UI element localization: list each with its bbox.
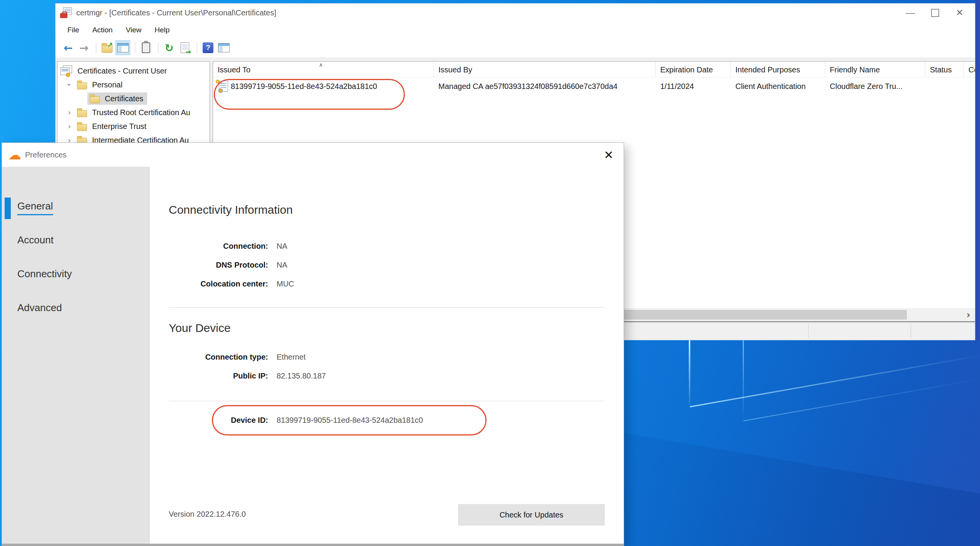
nav-item-connectivity[interactable]: Connectivity <box>2 262 150 296</box>
selected-indicator <box>5 198 11 219</box>
show-console-tree-button[interactable] <box>116 40 130 55</box>
export-list-button[interactable]: → <box>178 40 192 55</box>
tree-item-label: Enterprise Trust <box>92 122 146 131</box>
close-icon: ✕ <box>956 7 963 18</box>
maximize-icon <box>931 9 939 17</box>
close-button[interactable]: ✕ <box>947 5 972 20</box>
dialog-title: Preferences <box>25 151 67 159</box>
chevron-down-icon[interactable]: › <box>65 80 74 89</box>
tree-item-personal[interactable]: › Personal <box>57 78 210 92</box>
back-arrow-icon: ← <box>64 42 72 54</box>
public-ip-value: 82.135.80.187 <box>277 367 326 385</box>
toolbar-separator <box>135 42 135 54</box>
certificate-row[interactable]: 81399719-9055-11ed-8e43-524a2ba181c0 Man… <box>213 77 975 95</box>
action-pane-icon <box>218 43 230 52</box>
tree-item-root[interactable]: Certificates - Current User <box>57 64 210 78</box>
column-header-intended-purposes[interactable]: Intended Purposes <box>731 62 825 77</box>
sort-ascending-icon: ∧ <box>319 62 323 68</box>
version-text: Version 2022.12.476.0 <box>169 510 246 519</box>
chevron-right-icon[interactable]: › <box>65 122 74 131</box>
refresh-icon: ↻ <box>165 42 174 54</box>
help-button[interactable]: ? <box>201 40 215 55</box>
export-folder-button[interactable]: ↗ <box>100 40 114 55</box>
tree-item-certificates[interactable]: Certificates <box>57 92 210 106</box>
column-header-certificate[interactable]: Ce <box>964 62 975 77</box>
section-heading-connectivity: Connectivity Information <box>169 203 293 216</box>
tree-item-label: Certificates - Current User <box>77 67 167 75</box>
help-icon: ? <box>203 42 213 53</box>
nav-item-advanced[interactable]: Advanced <box>2 296 150 330</box>
wallpaper-beam <box>689 340 690 410</box>
nav-item-label: Connectivity <box>17 268 72 282</box>
minimize-icon: — <box>906 7 915 18</box>
chevron-right-icon[interactable]: › <box>65 108 74 117</box>
paste-button[interactable] <box>139 40 153 55</box>
folder-icon <box>77 110 87 117</box>
preferences-sidebar: General Account Connectivity Advanced <box>2 167 150 544</box>
toolbar-separator <box>158 42 158 54</box>
menu-help[interactable]: Help <box>148 23 176 37</box>
forward-button[interactable]: → <box>77 40 91 55</box>
connectivity-rows: Connection: NA DNS Protocol: NA Colocati… <box>169 237 294 293</box>
column-header-status[interactable]: Status <box>925 62 964 77</box>
cell-issued-to: 81399719-9055-11ed-8e43-524a2ba181c0 <box>213 80 434 93</box>
menu-bar: File Action View Help <box>55 22 975 38</box>
menu-action[interactable]: Action <box>86 23 119 37</box>
cell-expiration-date: 1/11/2024 <box>656 82 731 91</box>
menu-view[interactable]: View <box>119 23 148 37</box>
connection-type-value: Ethernet <box>277 348 326 367</box>
background-window-edge <box>975 0 980 340</box>
nav-item-label: Advanced <box>17 301 62 316</box>
wallpaper-beam <box>743 340 744 422</box>
maximize-button[interactable] <box>923 5 947 20</box>
nav-item-label: General <box>17 200 53 215</box>
device-id-value: 81399719-9055-11ed-8e43-524a2ba181c0 <box>277 411 423 430</box>
colocation-center-value: MUC <box>277 275 294 293</box>
connection-value: NA <box>277 237 294 256</box>
cell-issued-by: Managed CA ae57f03931324f08591d660e7c370… <box>434 82 656 91</box>
folder-icon <box>77 82 87 89</box>
column-header-friendly-name[interactable]: Friendly Name <box>825 62 925 77</box>
menu-file[interactable]: File <box>61 23 86 37</box>
nav-item-general[interactable]: General <box>2 194 150 228</box>
folder-icon <box>77 124 87 131</box>
list-header-row: ∧ Issued To Issued By Expiration Date In… <box>213 62 975 77</box>
section-divider <box>169 401 604 401</box>
status-bar-separator <box>808 325 809 338</box>
column-header-issued-by[interactable]: Issued By <box>434 62 656 77</box>
column-header-expiration-date[interactable]: Expiration Date <box>656 62 731 77</box>
public-ip-label: Public IP: <box>169 367 268 385</box>
nav-item-account[interactable]: Account <box>2 228 150 262</box>
refresh-button[interactable]: ↻ <box>162 40 176 55</box>
show-action-pane-button[interactable] <box>216 40 231 55</box>
dialog-close-button[interactable]: ✕ <box>600 146 618 164</box>
device-id-row: Device ID: 81399719-9055-11ed-8e43-524a2… <box>169 411 423 430</box>
preferences-content: Connectivity Information Connection: NA … <box>150 167 624 544</box>
column-header-issued-to[interactable]: Issued To <box>213 62 434 77</box>
back-button[interactable]: ← <box>61 40 76 55</box>
folder-icon <box>90 96 100 103</box>
status-bar-separator <box>911 325 911 338</box>
scroll-right-button[interactable]: › <box>963 309 974 321</box>
minimize-button[interactable]: — <box>898 5 923 20</box>
wallpaper-shade <box>624 408 980 546</box>
export-list-icon: → <box>181 42 189 53</box>
toolbar-separator <box>197 42 197 54</box>
connection-label: Connection: <box>169 237 268 256</box>
dialog-bottom-edge <box>2 544 624 546</box>
check-for-updates-button[interactable]: Check for Updates <box>458 504 605 526</box>
tree-item-enterprise-trust[interactable]: › Enterprise Trust <box>57 119 210 133</box>
tree-item-trusted-root[interactable]: › Trusted Root Certification Au <box>57 106 210 119</box>
certmgr-app-icon <box>60 7 72 18</box>
colocation-center-label: Colocation center: <box>169 275 268 293</box>
dialog-body: General Account Connectivity Advanced Co… <box>2 167 624 544</box>
connection-type-label: Connection type: <box>169 348 268 367</box>
window-title: certmgr - [Certificates - Current User\P… <box>76 8 276 17</box>
preferences-dialog: ☁ Preferences ✕ General Account Connecti… <box>2 142 624 546</box>
tree-item-label: Certificates <box>105 94 143 103</box>
wallpaper-beam <box>743 378 980 421</box>
device-id-label: Device ID: <box>169 411 268 430</box>
forward-arrow-icon: → <box>79 42 88 54</box>
issued-to-value: 81399719-9055-11ed-8e43-524a2ba181c0 <box>231 82 377 91</box>
dns-protocol-label: DNS Protocol: <box>169 256 268 275</box>
